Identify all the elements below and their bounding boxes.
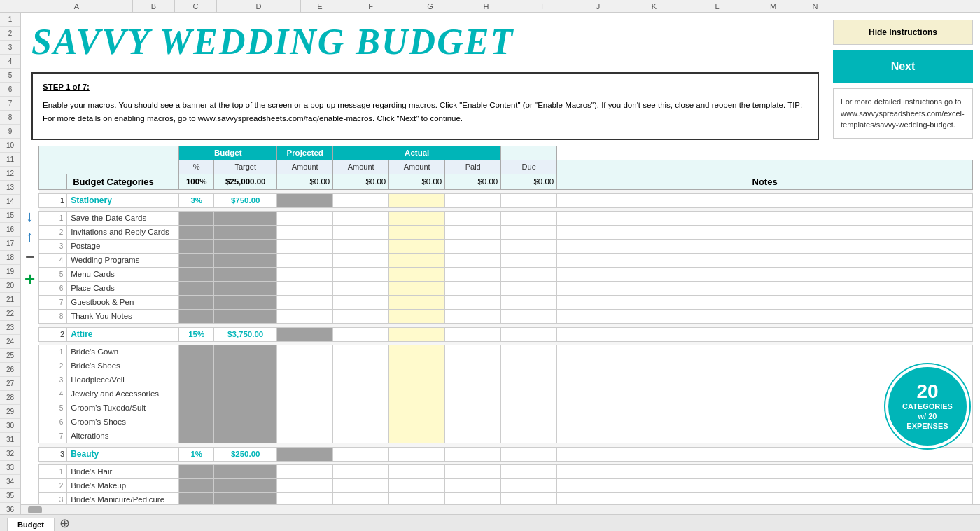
list-item: 3 Bride's Manicure/Pedicure xyxy=(39,492,973,504)
target-subheader: Target xyxy=(214,160,277,174)
badge-line3: EXPENSES xyxy=(906,422,948,430)
col-g: G xyxy=(402,0,458,12)
tab-bar: Budget ⊕ xyxy=(0,514,980,531)
list-item: 7 Guestbook & Pen xyxy=(39,295,973,309)
list-item: 1 Bride's Hair xyxy=(39,464,973,478)
pct-subheader: % xyxy=(179,160,214,174)
col-i: I xyxy=(514,0,570,12)
list-item: 8 Thank You Notes xyxy=(39,309,973,323)
col-c: C xyxy=(175,0,217,12)
col-e: E xyxy=(301,0,340,12)
category-row: 3 Beauty 1% $250.00 xyxy=(39,447,973,461)
move-down-icon[interactable]: ↓ xyxy=(26,207,34,226)
cat-target-stationery: $750.00 xyxy=(214,193,277,207)
col-f: F xyxy=(340,0,402,12)
list-item: 5 Menu Cards xyxy=(39,267,973,281)
cat-pct-stationery: 3% xyxy=(179,193,214,207)
hide-instructions-button[interactable]: Hide Instructions xyxy=(833,20,973,45)
next-button[interactable]: Next xyxy=(833,50,973,83)
category-name-beauty: Beauty xyxy=(71,449,99,459)
actual-amount-subheader: Amount xyxy=(389,160,445,174)
badge-number: 20 xyxy=(916,382,938,401)
badge-line2: w/ 20 xyxy=(918,412,937,420)
paid-subheader: Paid xyxy=(445,160,501,174)
category-row: 1 Stationery 3% $750.00 xyxy=(39,193,973,207)
budget-categories-label: Budget Categories xyxy=(67,174,179,189)
projected-header: Projected xyxy=(277,146,333,160)
cat-pct-beauty: 1% xyxy=(179,447,214,461)
budget-header: Budget xyxy=(179,146,277,160)
notes-header: Notes xyxy=(557,174,973,189)
column-header-bar: A B C D E F G H I J K L M N xyxy=(0,0,980,13)
more-info-box: For more detailed instructions go to www… xyxy=(833,88,973,139)
list-item: 3 Postage xyxy=(39,239,973,253)
budget-table: Budget Projected Actual % Target Amount xyxy=(38,146,973,505)
list-item: 2 Invitations and Reply Cards xyxy=(39,225,973,239)
col-k: K xyxy=(626,0,682,12)
total-due: $0.00 xyxy=(501,174,557,189)
category-name-stationery: Stationery xyxy=(71,195,112,205)
move-up-icon[interactable]: ↑ xyxy=(26,228,34,246)
budget-amount-subheader: Amount xyxy=(277,160,333,174)
cat-pct-attire: 15% xyxy=(179,327,214,341)
col-m: M xyxy=(752,0,794,12)
app-title: SAVVY WEDDING BUDGET xyxy=(31,22,514,62)
tab-budget[interactable]: Budget xyxy=(7,518,55,531)
col-n: N xyxy=(794,0,836,12)
instructions-box: STEP 1 of 7: Enable your macros. You sho… xyxy=(31,72,819,140)
remove-icon[interactable]: − xyxy=(25,248,34,266)
cat-target-attire: $3,750.00 xyxy=(214,327,277,341)
list-item: 1 Bride's Gown xyxy=(39,345,973,359)
total-budget-amount: $0.00 xyxy=(277,174,333,189)
step-title: STEP 1 of 7: xyxy=(43,81,808,95)
list-item: 2 Bride's Shoes xyxy=(39,359,973,373)
col-d: D xyxy=(217,0,301,12)
projected-amount-subheader: Amount xyxy=(333,160,389,174)
list-item: 1 Save-the-Date Cards xyxy=(39,211,973,225)
list-item: 2 Bride's Makeup xyxy=(39,478,973,492)
total-paid: $0.00 xyxy=(445,174,501,189)
category-name-attire: Attire xyxy=(71,329,92,339)
category-row: 2 Attire 15% $3,750.00 xyxy=(39,327,973,341)
list-item: 6 Groom's Shoes xyxy=(39,415,973,429)
list-item: 4 Wedding Programs xyxy=(39,253,973,267)
total-target: $25,000.00 xyxy=(214,174,277,189)
badge-line1: CATEGORIES xyxy=(902,402,953,411)
col-a: A xyxy=(21,0,133,12)
add-tab-icon[interactable]: ⊕ xyxy=(56,516,74,531)
list-item: 6 Place Cards xyxy=(39,281,973,295)
cat-target-beauty: $250.00 xyxy=(214,447,277,461)
list-item: 4 Jewelry and Accessories xyxy=(39,387,973,401)
col-h: H xyxy=(458,0,514,12)
add-icon[interactable]: + xyxy=(24,268,35,290)
categories-badge: 20 CATEGORIES w/ 20 EXPENSES xyxy=(886,364,969,448)
instructions-body: Enable your macros. You should see a ban… xyxy=(43,99,808,125)
actual-header: Actual xyxy=(333,146,501,160)
title-area: SAVVY WEDDING BUDGET xyxy=(21,13,826,72)
list-item: 3 Headpiece/Veil xyxy=(39,373,973,387)
list-item: 7 Alterations xyxy=(39,429,973,443)
total-projected: $0.00 xyxy=(333,174,389,189)
list-item: 5 Groom's Tuxedo/Suit xyxy=(39,401,973,415)
total-pct: 100% xyxy=(179,174,214,189)
due-subheader: Due xyxy=(501,160,557,174)
row-numbers: 1 2 3 4 5 6 7 8 9 10 11 12 13 14 15 16 1… xyxy=(0,13,21,514)
col-b: B xyxy=(133,0,175,12)
col-j: J xyxy=(570,0,626,12)
horizontal-scrollbar[interactable] xyxy=(21,504,980,514)
row-controls: ↓ ↑ − + xyxy=(24,146,38,505)
total-actual: $0.00 xyxy=(389,174,445,189)
col-l: L xyxy=(682,0,752,12)
